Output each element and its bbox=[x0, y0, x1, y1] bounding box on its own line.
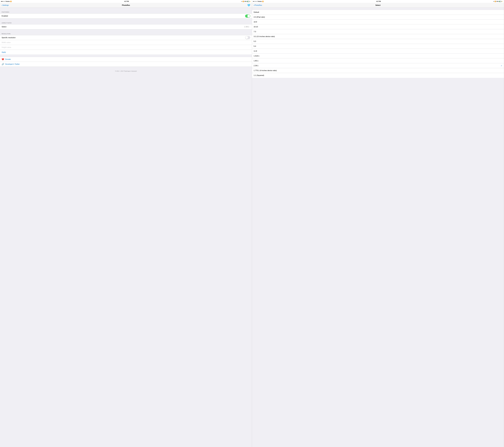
select-option-13[interactable]: 1:1 (Squared) bbox=[252, 73, 504, 78]
signal-dots-right bbox=[253, 1, 257, 2]
select-option-label-11: 2.39:1 bbox=[254, 65, 258, 67]
resolution-table-group: Specific resolution Apply bbox=[0, 35, 252, 55]
select-option-6[interactable]: 5:3 bbox=[252, 39, 504, 44]
actions-table-group: ❤️ Donate 🔗 Developer's Twitter bbox=[0, 57, 252, 67]
heart-icon: 🩵 bbox=[247, 4, 250, 7]
location-icon: ✈ bbox=[241, 1, 242, 2]
spacer3 bbox=[0, 55, 252, 57]
enabled-toggle[interactable] bbox=[245, 15, 250, 18]
select-option-label-9: 1.618:1 bbox=[254, 55, 259, 57]
select-option-label-4: 7:3 bbox=[254, 31, 256, 33]
select-cell[interactable]: Select 2.39:1 › bbox=[0, 24, 252, 29]
dot4 bbox=[3, 1, 4, 2]
select-option-11[interactable]: 2.39:1✓ bbox=[252, 63, 504, 68]
top-spacer-right bbox=[252, 8, 504, 10]
dot5 bbox=[4, 1, 5, 2]
back-button-right[interactable]: ‹ PhotoRes bbox=[254, 4, 262, 6]
donate-emoji: ❤️ bbox=[2, 58, 4, 60]
nav-bar-right: ‹ PhotoRes Select bbox=[252, 3, 504, 8]
specific-res-label: Specific resolution bbox=[2, 37, 16, 39]
battery-pct-left: 53% bbox=[244, 1, 247, 2]
time-left: 4:27 PM bbox=[124, 1, 129, 2]
specific-res-cell: Specific resolution bbox=[0, 35, 252, 40]
select-option-2[interactable]: 16:9 bbox=[252, 19, 504, 24]
photores-table-group: Enabled bbox=[0, 14, 252, 19]
battery-pct-right: 53% bbox=[496, 1, 499, 2]
back-button-left[interactable]: ‹ Settings bbox=[2, 4, 9, 6]
select-option-1[interactable]: 4:3 (iPad ratio) bbox=[252, 15, 504, 19]
select-option-4[interactable]: 7:3 bbox=[252, 29, 504, 34]
nav-bar-left: ‹ Settings PhotoRes 🩵 bbox=[0, 3, 252, 8]
twitter-label: Developer's Twitter bbox=[5, 63, 20, 65]
select-list: Default4:3 (iPad ratio)16:916:107:33:2 (… bbox=[252, 10, 504, 78]
apply-button[interactable]: Apply bbox=[2, 51, 6, 53]
status-right-left: ✈ 📶 53% ⚡ bbox=[241, 1, 251, 2]
top-spacer-left bbox=[0, 8, 252, 10]
nav-title-left: PhotoRes bbox=[122, 4, 130, 6]
dot4r bbox=[255, 1, 256, 2]
resolution-header: RESOLUTION bbox=[0, 31, 252, 35]
donate-label: Donate bbox=[5, 58, 11, 60]
dot1r bbox=[253, 1, 254, 2]
select-option-12[interactable]: 1.775:1 (4-inches device ratio) bbox=[252, 68, 504, 73]
location-icon-right: ✈ bbox=[493, 1, 494, 2]
select-option-0[interactable]: Default bbox=[252, 10, 504, 15]
charging-icon-right: ⚡ bbox=[502, 1, 503, 2]
width-input[interactable] bbox=[2, 41, 250, 43]
apply-cell[interactable]: Apply bbox=[0, 50, 252, 55]
select-option-label-13: 1:1 (Squared) bbox=[254, 74, 264, 77]
select-option-label-7: 5:4 bbox=[254, 45, 256, 47]
select-option-label-3: 16:10 bbox=[254, 26, 258, 28]
select-option-label-8: 11:8 bbox=[254, 50, 257, 52]
back-label-left: Settings bbox=[2, 4, 9, 6]
select-option-label-12: 1.775:1 (4-inches device ratio) bbox=[254, 70, 277, 72]
select-option-label-2: 16:9 bbox=[254, 21, 257, 23]
nav-title-right: Select bbox=[375, 4, 380, 6]
left-panel: T-Mobile 📶 4:27 PM ✈ 📶 53% ⚡ ‹ Settings … bbox=[0, 0, 252, 447]
select-option-label-1: 4:3 (iPad ratio) bbox=[254, 16, 265, 18]
select-checkmark-11: ✓ bbox=[501, 65, 502, 67]
spacer4 bbox=[0, 67, 252, 69]
dot2 bbox=[2, 1, 2, 2]
aspect-ratio-table-group: Select 2.39:1 › bbox=[0, 24, 252, 29]
width-cell[interactable] bbox=[0, 40, 252, 45]
donate-cell[interactable]: ❤️ Donate bbox=[0, 57, 252, 62]
right-panel: T-Mobile 📶 4:27 PM ✈ 📶 53% ⚡ ‹ PhotoRes … bbox=[252, 0, 504, 447]
specific-res-toggle[interactable] bbox=[245, 36, 250, 39]
height-cell[interactable] bbox=[0, 45, 252, 50]
status-left-right: T-Mobile 📶 bbox=[253, 1, 264, 2]
spacer1 bbox=[0, 19, 252, 20]
spacer2 bbox=[0, 29, 252, 31]
select-option-label-6: 5:3 bbox=[254, 40, 256, 42]
back-chevron-left: ‹ bbox=[2, 4, 2, 6]
back-label-right: PhotoRes bbox=[254, 4, 262, 6]
footer-text: © 2013 - 2015 Thatchapon Unprasert bbox=[0, 69, 252, 74]
select-label: Select bbox=[2, 26, 6, 28]
dot5r bbox=[256, 1, 257, 2]
height-input[interactable] bbox=[2, 46, 250, 48]
twitter-emoji: 🔗 bbox=[2, 63, 4, 65]
bluetooth-icon: 📶 bbox=[243, 1, 244, 2]
select-chevron: › bbox=[250, 26, 250, 28]
wifi-icon-right: 📶 bbox=[262, 1, 264, 2]
battery-icon-left bbox=[247, 1, 249, 2]
wifi-icon: 📶 bbox=[10, 1, 12, 2]
enabled-toggle-knob bbox=[247, 15, 250, 18]
status-left: T-Mobile 📶 bbox=[1, 1, 12, 2]
back-chevron-right: ‹ bbox=[254, 4, 254, 6]
twitter-cell[interactable]: 🔗 Developer's Twitter bbox=[0, 62, 252, 67]
select-option-10[interactable]: 1.85:1 bbox=[252, 58, 504, 63]
select-current-value: 2.39:1 bbox=[244, 26, 249, 28]
select-option-3[interactable]: 16:10 bbox=[252, 24, 504, 29]
enabled-cell: Enabled bbox=[0, 14, 252, 19]
select-option-label-10: 1.85:1 bbox=[254, 60, 258, 62]
aspect-ratio-header: ASPECT RATIO bbox=[0, 20, 252, 24]
photores-section-header: PHOTORES bbox=[0, 10, 252, 14]
select-option-7[interactable]: 5:4 bbox=[252, 44, 504, 49]
select-option-9[interactable]: 1.618:1 bbox=[252, 54, 504, 58]
bluetooth-icon-right: 📶 bbox=[495, 1, 496, 2]
select-option-8[interactable]: 11:8 bbox=[252, 49, 504, 54]
carrier-left: T-Mobile bbox=[5, 1, 10, 2]
signal-dots bbox=[1, 1, 5, 2]
select-option-5[interactable]: 3:2 (3.5-inches device ratio) bbox=[252, 34, 504, 39]
